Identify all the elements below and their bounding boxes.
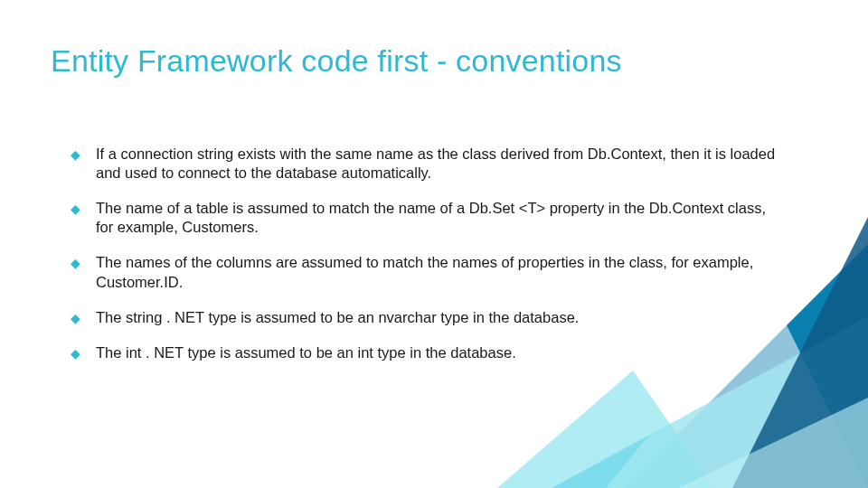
- slide: Entity Framework code first - convention…: [0, 0, 868, 488]
- list-item: ◆ If a connection string exists with the…: [71, 145, 787, 183]
- list-item: ◆ The string . NET type is assumed to be…: [71, 308, 787, 327]
- list-item: ◆ The int . NET type is assumed to be an…: [71, 343, 787, 362]
- bullet-list: ◆ If a connection string exists with the…: [71, 145, 787, 379]
- bullet-text: The int . NET type is assumed to be an i…: [96, 343, 787, 362]
- bullet-text: The names of the columns are assumed to …: [96, 253, 787, 291]
- svg-marker-5: [678, 398, 868, 488]
- bullet-text: The name of a table is assumed to match …: [96, 199, 787, 237]
- bullet-text: The string . NET type is assumed to be a…: [96, 308, 787, 327]
- svg-marker-4: [497, 371, 714, 488]
- bullet-icon: ◆: [71, 202, 83, 215]
- bullet-text: If a connection string exists with the s…: [96, 145, 787, 183]
- bullet-icon: ◆: [71, 347, 83, 360]
- list-item: ◆ The name of a table is assumed to matc…: [71, 199, 787, 237]
- bullet-icon: ◆: [71, 148, 83, 161]
- bullet-icon: ◆: [71, 257, 83, 269]
- list-item: ◆ The names of the columns are assumed t…: [71, 253, 787, 291]
- bullet-icon: ◆: [71, 312, 83, 324]
- slide-title: Entity Framework code first - convention…: [51, 43, 622, 79]
